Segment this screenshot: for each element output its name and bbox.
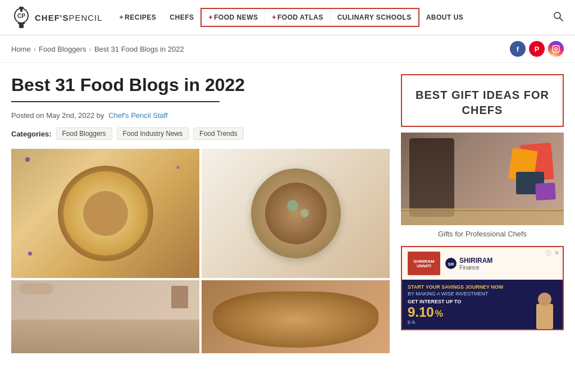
breadcrumb-home[interactable]: Home [11,45,31,53]
search-icon [553,11,564,22]
ad-logo-line1: SHRIRAM [413,259,434,264]
ad-logo-left: SHRIRAM UNNATI [408,252,440,275]
categories-label: Categories: [11,130,52,138]
header: CP CHEF'SPENCIL +RECIPES CHEFS +FOOD NEW… [0,0,575,35]
ad-shiriram-text: SHIRIRAM [459,257,492,265]
breadcrumb-bar: Home › Food Bloggers › Best 31 Food Blog… [0,35,575,63]
svg-point-9 [555,48,558,51]
food-image-tart [11,149,199,278]
ad-bottom-section: START YOUR SAVINGS JOURNEY NOW BY MAKING… [402,280,563,329]
svg-point-10 [558,47,558,47]
instagram-icon[interactable] [548,41,564,57]
ad-rate-number: 9.10 [408,306,434,319]
food-image-soup [202,149,390,278]
search-button[interactable] [553,11,564,25]
ad-logo-right-wrapper: SR SHIRIRAM Finance [445,257,492,271]
article-section: Best 31 Food Blogs in 2022 Posted on May… [11,74,390,353]
nav-item-recipes[interactable]: +RECIPES [113,9,163,26]
breadcrumb: Home › Food Bloggers › Best 31 Food Blog… [11,45,184,53]
ad-info-icon[interactable]: ⓘ [546,249,551,257]
sidebar-gift-title: BEST GIFT IDEAS FOR CHEFS [412,88,553,118]
ad-logo-right-text: SHIRIRAM Finance [459,257,492,271]
ad-start-text: START YOUR SAVINGS JOURNEY NOW [408,284,557,290]
logo-icon: CP [11,6,31,29]
social-icons: f P [510,41,564,57]
svg-rect-4 [18,23,25,24]
food-image-box [11,280,199,353]
breadcrumb-sep-2: › [89,45,92,53]
instagram-camera-icon [552,45,560,53]
breadcrumb-section[interactable]: Food Bloggers [39,45,86,53]
images-bottom-row [11,280,390,353]
ad-person-figure [531,293,558,329]
posted-on-text: Posted on May 2nd, 2022 by [11,111,104,120]
category-tag-food-bloggers[interactable]: Food Bloggers [56,127,112,140]
svg-text:SR: SR [448,262,454,267]
nav-item-food-atlas[interactable]: +FOOD ATLAS [264,9,330,26]
sidebar-gift-image[interactable] [401,133,564,225]
logo[interactable]: CP CHEF'SPENCIL [11,6,103,29]
nav-highlighted-group: +FOOD NEWS +FOOD ATLAS CULINARY SCHOOLS [200,8,419,27]
svg-text:CP: CP [17,13,25,19]
ad-finance-text: Finance [459,265,492,271]
facebook-icon[interactable]: f [510,41,526,57]
nav-item-about-us[interactable]: ABOUT US [419,9,471,26]
ad-rate-percent: % [435,309,443,319]
title-underline [11,101,220,102]
ad-logo-line2: UNNATI [417,264,431,268]
nav-item-food-news[interactable]: +FOOD NEWS [202,9,264,26]
sidebar-gift-box: BEST GIFT IDEAS FOR CHEFS [401,74,564,127]
food-image-roast [202,280,390,353]
categories-row: Categories: Food Bloggers Food Industry … [11,127,390,140]
ad-top-row: SHRIRAM UNNATI SR SHIRIRAM Finance [402,247,563,280]
category-tag-food-trends[interactable]: Food Trends [193,127,243,140]
svg-rect-8 [553,45,559,52]
breadcrumb-sep-1: › [34,45,36,53]
svg-line-7 [560,18,563,21]
author-link[interactable]: Chef's Pencil Staff [108,111,168,120]
sidebar: BEST GIFT IDEAS FOR CHEFS Gifts for Prof… [401,74,564,353]
article-title: Best 31 Food Blogs in 2022 [11,74,390,95]
main-container: Best 31 Food Blogs in 2022 Posted on May… [0,63,575,359]
nav-item-culinary-schools[interactable]: CULINARY SCHOOLS [330,9,418,26]
ad-close-button[interactable]: ✕ [554,249,559,257]
post-meta: Posted on May 2nd, 2022 by Chef's Pencil… [11,111,390,120]
logo-text: CHEF'SPENCIL [35,13,103,22]
sidebar-gift-caption[interactable]: Gifts for Professional Chefs [401,230,564,238]
ad-banner: ⓘ ✕ SHRIRAM UNNATI SR SHIRIRAM Finance [401,246,564,330]
pinterest-icon[interactable]: P [529,41,545,57]
svg-rect-5 [19,24,24,28]
category-tag-food-industry-news[interactable]: Food Industry News [117,127,189,140]
nav-item-chefs[interactable]: CHEFS [163,9,200,26]
ad-right-icon: SR [445,257,457,270]
breadcrumb-current: Best 31 Food Blogs in 2022 [94,45,184,53]
images-grid [11,149,390,278]
main-nav: +RECIPES CHEFS +FOOD NEWS +FOOD ATLAS CU… [113,8,547,27]
